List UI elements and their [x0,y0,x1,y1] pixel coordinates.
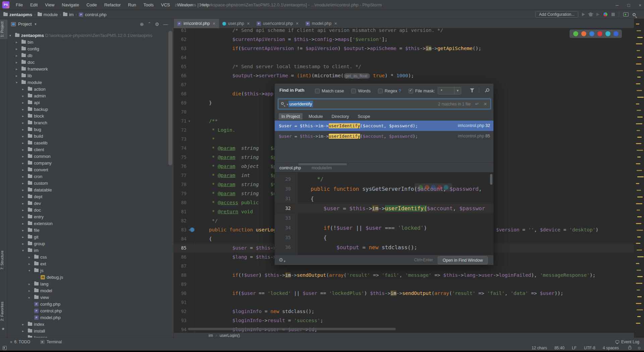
collapse-all-icon[interactable]: ⌃ [148,21,151,27]
checkbox-icon[interactable] [409,89,413,93]
error-stripe-tick[interactable] [637,130,640,131]
toolwindow-toggle-icon[interactable] [3,346,7,350]
tree-item-cron[interactable]: ▸cron [7,173,173,180]
clear-search-icon[interactable]: ✕ [484,102,487,106]
error-stripe-tick[interactable] [637,270,641,271]
tab-close-icon[interactable]: ✕ [334,21,337,26]
tree-item-dept[interactable]: ▸dept [7,193,173,200]
editor-hscrollbar[interactable] [188,328,396,330]
status-item[interactable]: 12 chars [532,346,547,350]
expand-arrow-icon[interactable]: ▸ [22,113,24,120]
preview-editor[interactable]: 29 */30public function sysGetServerInfo(… [275,173,493,255]
error-stripe-tick[interactable] [637,210,640,211]
tab-user-control.php[interactable]: Puser\control.php✕ [253,19,302,28]
error-stripe-tick[interactable] [637,50,640,51]
checkbox-icon[interactable] [315,89,320,93]
error-stripe-tick[interactable] [637,230,643,231]
todo-toolwindow-button[interactable]: ≡ 6: TODO [10,340,30,344]
scope-tab-module[interactable]: Module [306,113,326,120]
browser-icon[interactable] [613,31,619,36]
tree-item-lang[interactable]: ▸lang [7,281,173,288]
expand-arrow-icon[interactable]: ▸ [16,39,17,46]
terminal-toolwindow-button[interactable]: ▸ Terminal [40,340,62,344]
hide-panel-icon[interactable]: — [163,21,168,27]
checkbox-icon[interactable] [351,89,356,93]
expand-arrow-icon[interactable]: ▸ [29,288,30,294]
error-stripe-tick[interactable] [636,63,641,64]
tree-item-doc[interactable]: ▸doc [7,59,173,66]
expand-arrow-icon[interactable]: ▸ [22,220,24,227]
error-stripe-tick[interactable] [637,216,642,217]
tree-item-index[interactable]: ▸index [7,321,173,328]
search-input[interactable]: ▼ userIdentify 2 matches in 1 file ↵ ✕ [278,99,491,109]
profiler-icon[interactable] [603,12,607,16]
help-icon[interactable]: ? [398,88,401,93]
tab-close-icon[interactable]: ✕ [213,21,216,26]
error-stripe-tick[interactable] [636,83,640,84]
breadcrumb-item[interactable]: zentaopms [3,12,32,17]
minimize-icon[interactable]: ─ [615,3,619,8]
tab-im-control.php[interactable]: Pim\control.php✕ [174,19,219,28]
error-stripe-tick[interactable] [636,143,641,144]
filter-icon[interactable] [470,88,474,92]
result-row[interactable]: $user = $this->im->userIdentify($account… [275,131,493,141]
toolwindow-tab-structure[interactable]: 7: Structure [0,251,7,270]
settings-gear-icon[interactable]: ⚙ [155,21,159,27]
error-stripe-tick[interactable] [637,137,642,138]
error-stripe-tick[interactable] [637,190,641,191]
error-stripe-tick[interactable] [637,276,643,277]
scope-tab-scope[interactable]: Scope [355,113,373,120]
run-icon[interactable] [582,13,585,16]
checkbox-words[interactable]: Words [351,88,370,93]
menu-item-refactor[interactable]: Refactor [101,0,124,10]
tree-item-control.php[interactable]: Pcontrol.php [7,308,173,314]
collapse-arrow-icon[interactable]: ▾ [29,267,30,274]
tree-item-lib[interactable]: ▸lib [7,73,173,79]
tree-item-extension[interactable]: ▸extension [7,220,173,227]
error-stripe-tick[interactable] [637,97,644,98]
error-stripe-tick[interactable] [637,157,641,158]
open-in-find-window-button[interactable]: Open in Find Window [438,256,488,264]
expand-arrow-icon[interactable]: ▸ [16,59,17,66]
event-log-button[interactable]: Event Log [615,338,639,346]
error-stripe-tick[interactable] [637,196,643,197]
error-stripe-tick[interactable] [637,296,642,297]
expand-arrow-icon[interactable]: ▸ [16,52,17,59]
error-stripe-tick[interactable] [637,150,643,151]
expand-arrow-icon[interactable]: ▸ [22,93,24,99]
tree-item-file[interactable]: ▸file [7,227,173,234]
expand-arrow-icon[interactable]: ▸ [22,160,24,167]
error-stripe-tick[interactable] [636,283,642,284]
menu-item-code[interactable]: Code [83,0,101,10]
tree-item-install[interactable]: ▸install [7,328,173,335]
scope-tab-directory[interactable]: Directory [329,113,352,120]
expand-arrow-icon[interactable]: ▸ [16,66,17,73]
error-stripe-tick[interactable] [636,303,641,304]
expand-arrow-icon[interactable]: ▸ [22,227,24,234]
checkbox-icon[interactable] [378,89,383,93]
error-stripe-tick[interactable] [636,103,639,104]
error-stripe[interactable] [634,19,644,338]
error-stripe-tick[interactable] [637,90,642,91]
scope-tab-in-project[interactable]: In Project [279,113,303,120]
tree-item-db[interactable]: ▸db [7,52,173,59]
error-stripe-tick[interactable] [637,37,643,38]
error-stripe-tick[interactable] [637,110,641,111]
expand-arrow-icon[interactable]: ▸ [22,328,24,335]
expand-arrow-icon[interactable]: ▸ [22,99,24,106]
tree-item-backup[interactable]: ▸backup [7,106,173,113]
tree-item-module[interactable]: ▾module [7,79,173,86]
status-item[interactable]: UTF-8 [584,346,595,350]
tree-item-dev[interactable]: ▸dev [7,200,173,207]
expand-arrow-icon[interactable]: ▸ [22,234,24,240]
expand-arrow-icon[interactable]: ▸ [22,153,24,160]
tree-item-bin[interactable]: ▸bin [7,39,173,46]
collapse-arrow-icon[interactable]: ▾ [22,247,24,254]
newline-icon[interactable]: ↵ [475,101,479,106]
checkbox-match-case[interactable]: Match case [315,88,344,93]
tree-item-js[interactable]: ▾js [7,267,173,274]
file-mask-dropdown[interactable]: *▼ [438,87,461,94]
breadcrumb-item[interactable]: Pcontrol.php [79,12,106,17]
error-stripe-tick[interactable] [637,170,642,171]
toolwindow-tab-project[interactable]: 1: Project [0,19,7,39]
